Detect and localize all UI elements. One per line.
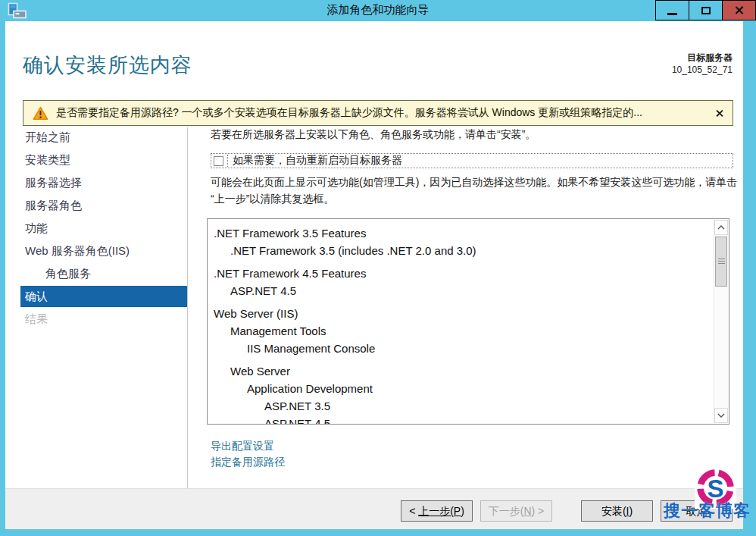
checkbox-focus-divider xyxy=(227,155,228,167)
install-button[interactable]: 安装(I) xyxy=(581,500,653,522)
warning-close-icon[interactable] xyxy=(715,109,723,118)
button-text: ) xyxy=(629,505,633,517)
tree-item[interactable]: Management Tools xyxy=(208,322,729,340)
button-text: ) xyxy=(461,505,464,517)
footer-bar: < 上一步(P) 下一步(N) > 安装(I) 取消 xyxy=(5,488,743,529)
wizard-dialog: 确认安装所选内容 目标服务器 10_105_52_71 是否需要指定备用源路径?… xyxy=(5,21,743,529)
instruction-text: 若要在所选服务器上安装以下角色、角色服务或功能，请单击“安装”。 xyxy=(211,128,536,142)
tree-item[interactable]: ASP.NET 4.5 xyxy=(208,282,729,299)
sidebar-item-server-selection[interactable]: 服务器选择 xyxy=(5,171,187,194)
minimize-button[interactable] xyxy=(655,0,689,20)
auto-restart-row[interactable]: 如果需要，自动重新启动目标服务器 xyxy=(211,153,733,168)
button-text: 下一步( xyxy=(489,505,524,517)
wizard-window: 添加角色和功能向导 确认安装所选内容 目标服务器 10_105_52_71 是否… xyxy=(0,0,756,536)
scroll-down-icon xyxy=(717,413,725,418)
close-icon xyxy=(734,5,744,15)
maximize-button[interactable] xyxy=(689,0,723,20)
auto-restart-label: 如果需要，自动重新启动目标服务器 xyxy=(233,154,402,168)
specify-alternate-source-link[interactable]: 指定备用源路径 xyxy=(211,456,285,469)
tree-item[interactable]: IIS Management Console xyxy=(208,340,729,357)
scrollbar-thumb[interactable] xyxy=(715,237,727,287)
window-title: 添加角色和功能向导 xyxy=(0,3,756,17)
warning-bar: 是否需要指定备用源路径? 一个或多个安装选项在目标服务器上缺少源文件。服务器将尝… xyxy=(23,100,733,126)
target-server-value: 10_105_52_71 xyxy=(672,64,733,76)
button-accelerator: 上一步(P xyxy=(418,505,461,517)
maximize-icon xyxy=(701,7,711,14)
sidebar-item-results: 结果 xyxy=(5,308,187,331)
tree-item[interactable]: .NET Framework 3.5 (includes .NET 2.0 an… xyxy=(208,242,729,259)
sidebar-item-features[interactable]: 功能 xyxy=(5,217,187,240)
auto-restart-checkbox[interactable] xyxy=(214,156,223,166)
optional-features-note: 可能会在此页面上显示可选功能(如管理工具)，因为已自动选择这些功能。如果不希望安… xyxy=(211,174,738,207)
tree-item[interactable]: Web Server (IIS) xyxy=(208,305,729,322)
sidebar-item-server-roles[interactable]: 服务器角色 xyxy=(5,194,187,217)
tree-item[interactable]: .NET Framework 4.5 Features xyxy=(208,265,729,282)
button-accelerator: N xyxy=(523,505,531,517)
scrollbar-grip-icon xyxy=(718,259,725,265)
tree-item[interactable]: Application Development xyxy=(208,380,729,397)
scroll-up-button[interactable] xyxy=(714,220,728,235)
warning-icon xyxy=(33,106,48,121)
scroll-down-button[interactable] xyxy=(714,408,728,423)
minimize-icon xyxy=(667,13,677,15)
sidebar-item-before-begin[interactable]: 开始之前 xyxy=(5,126,187,149)
button-text: < xyxy=(409,505,418,517)
scroll-up-icon xyxy=(717,225,725,230)
sidebar-item-web-server-role[interactable]: Web 服务器角色(IIS) xyxy=(5,240,187,262)
window-controls xyxy=(656,0,756,21)
target-server-label: 目标服务器 xyxy=(672,52,733,64)
sidebar-item-role-services[interactable]: 角色服务 xyxy=(5,262,187,285)
tree-item[interactable]: ASP.NET 4.5 xyxy=(208,415,729,425)
warning-message: 是否需要指定备用源路径? 一个或多个安装选项在目标服务器上缺少源文件。服务器将尝… xyxy=(56,106,642,120)
target-server: 目标服务器 10_105_52_71 xyxy=(672,52,733,76)
selection-listbox[interactable]: .NET Framework 3.5 Features .NET Framewo… xyxy=(207,218,729,425)
sidebar-divider xyxy=(187,127,188,488)
previous-button[interactable]: < 上一步(P) xyxy=(401,500,473,522)
tree-item[interactable]: .NET Framework 3.5 Features xyxy=(208,224,729,242)
watermark-logo-letter: S xyxy=(707,475,723,503)
watermark-site-name: 搜一客博客 xyxy=(664,500,751,522)
sidebar-item-install-type[interactable]: 安装类型 xyxy=(5,149,187,171)
tree-item[interactable]: ASP.NET 3.5 xyxy=(208,397,729,415)
button-text: ) > xyxy=(532,505,545,517)
wizard-steps-sidebar: 开始之前 安装类型 服务器选择 服务器角色 功能 Web 服务器角色(IIS) … xyxy=(5,126,187,331)
tree-item[interactable]: Web Server xyxy=(208,362,729,380)
sidebar-item-confirmation[interactable]: 确认 xyxy=(20,286,187,307)
next-button: 下一步(N) > xyxy=(480,500,552,522)
close-button[interactable] xyxy=(722,0,756,20)
titlebar[interactable]: 添加角色和功能向导 xyxy=(0,0,756,21)
export-configuration-link[interactable]: 导出配置设置 xyxy=(211,440,274,453)
page-title: 确认安装所选内容 xyxy=(23,52,192,79)
vertical-scrollbar[interactable] xyxy=(714,220,728,423)
button-text: 安装( xyxy=(601,505,626,517)
